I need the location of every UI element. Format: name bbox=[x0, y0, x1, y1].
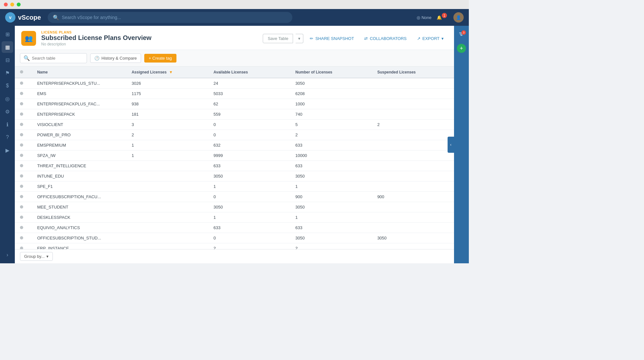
license-table: Name Assigned Licenses ▼ Available Licen… bbox=[15, 67, 454, 249]
maximize-button[interactable] bbox=[17, 3, 21, 6]
titlebar bbox=[0, 0, 469, 9]
target-button[interactable]: ◎ None bbox=[417, 15, 431, 20]
row-available: 633 bbox=[208, 161, 290, 171]
row-suspended bbox=[372, 171, 454, 181]
sidebar-item-expand[interactable]: › bbox=[2, 249, 13, 261]
right-sidebar: 3 + ‹ bbox=[454, 26, 469, 263]
row-indicator bbox=[20, 174, 23, 178]
dollar-icon: $ bbox=[6, 83, 9, 89]
sidebar-item-video[interactable]: ▶ bbox=[2, 144, 13, 156]
topnav-right: ◎ None 🔔 1 👤 bbox=[417, 12, 464, 23]
row-name: ENTERPRISEPACK bbox=[32, 109, 126, 120]
search-table-input[interactable] bbox=[32, 56, 83, 61]
row-assigned bbox=[127, 192, 208, 202]
row-number: 633 bbox=[290, 223, 372, 233]
row-indicator bbox=[20, 236, 23, 239]
row-indicator-cell bbox=[15, 212, 32, 223]
row-indicator-cell bbox=[15, 202, 32, 212]
sidebar-item-wrench[interactable]: ⚙ bbox=[2, 106, 13, 117]
col-suspended[interactable]: Suspended Licenses bbox=[372, 67, 454, 78]
table-row: INTUNE_EDU 3050 3050 bbox=[15, 171, 454, 181]
minimize-button[interactable] bbox=[10, 3, 14, 6]
filter-button[interactable] bbox=[456, 28, 467, 40]
license-icon: 👥 bbox=[25, 34, 33, 42]
group-by-button[interactable]: Group by... ▾ bbox=[20, 252, 53, 261]
global-search-input[interactable] bbox=[62, 15, 287, 20]
notification-button[interactable]: 🔔 1 bbox=[437, 15, 448, 20]
row-indicator-cell bbox=[15, 243, 32, 249]
export-button[interactable]: ↗ EXPORT ▾ bbox=[413, 34, 448, 43]
row-suspended: 3050 bbox=[372, 233, 454, 243]
close-button[interactable] bbox=[4, 3, 8, 6]
row-number: 633 bbox=[290, 161, 372, 171]
row-name: POWER_BI_PRO bbox=[32, 130, 126, 140]
row-assigned bbox=[127, 181, 208, 192]
sidebar-item-home[interactable]: ⊞ bbox=[2, 28, 13, 40]
avatar[interactable]: 👤 bbox=[453, 12, 464, 23]
create-tag-button[interactable]: + Create tag bbox=[144, 54, 176, 63]
row-assigned: 938 bbox=[127, 99, 208, 109]
row-indicator bbox=[20, 82, 23, 85]
share-icon: ✏ bbox=[310, 36, 313, 41]
table-row: ENTERPRISEPACK 181 559 740 bbox=[15, 109, 454, 120]
save-table-button[interactable]: Save Table bbox=[263, 34, 293, 43]
col-number[interactable]: Number of Licenses bbox=[290, 67, 372, 78]
row-indicator bbox=[20, 205, 23, 209]
row-available: 62 bbox=[208, 99, 290, 109]
logo-text: vScope bbox=[18, 14, 41, 21]
row-indicator bbox=[20, 143, 23, 147]
flag-icon: ⚑ bbox=[5, 70, 10, 76]
sidebar-item-dollar[interactable]: $ bbox=[2, 80, 13, 92]
row-assigned bbox=[127, 233, 208, 243]
col-assigned[interactable]: Assigned Licenses ▼ bbox=[127, 67, 208, 78]
col-name[interactable]: Name bbox=[32, 67, 126, 78]
search-input-wrap[interactable]: 🔍 bbox=[20, 53, 87, 63]
collaborators-button[interactable]: ⇄ COLLABORATORS bbox=[360, 34, 410, 43]
content-area: 👥 LICENSE PLANS Subscribed License Plans… bbox=[15, 26, 454, 263]
sidebar-item-table[interactable]: ▦ bbox=[2, 41, 13, 53]
table-row: ENTERPRISEPACKPLUS_FAC... 938 62 1000 bbox=[15, 99, 454, 109]
row-number: 3050 bbox=[290, 78, 372, 89]
page-icon: 👥 bbox=[21, 31, 36, 46]
table-row: EMS 1175 5033 6208 bbox=[15, 89, 454, 99]
share-snapshot-button[interactable]: ✏ SHARE SNAPSHOT bbox=[306, 34, 358, 43]
row-indicator-cell bbox=[15, 120, 32, 130]
collapse-panel-button[interactable]: ‹ bbox=[448, 137, 454, 153]
row-number: 2 bbox=[290, 130, 372, 140]
row-indicator bbox=[20, 195, 23, 198]
export-icon: ↗ bbox=[417, 36, 421, 41]
table-row: THREAT_INTELLIGENCE 633 633 bbox=[15, 161, 454, 171]
add-column-button[interactable]: + bbox=[457, 44, 466, 53]
sidebar-item-info[interactable]: ℹ bbox=[2, 119, 13, 130]
row-name: OFFICESUBSCRIPTION_FACU... bbox=[32, 192, 126, 202]
col-available[interactable]: Available Licenses bbox=[208, 67, 290, 78]
table-container[interactable]: Name Assigned Licenses ▼ Available Licen… bbox=[15, 67, 454, 249]
row-name: INTUNE_EDU bbox=[32, 171, 126, 181]
save-table-dropdown[interactable]: ▾ bbox=[296, 34, 303, 43]
bottom-bar: Group by... ▾ bbox=[15, 249, 454, 263]
history-compare-button[interactable]: 🕐 History & Compare bbox=[90, 54, 141, 63]
video-icon: ▶ bbox=[5, 147, 9, 153]
sidebar-item-target[interactable]: ◎ bbox=[2, 93, 13, 104]
sidebar-item-help[interactable]: ? bbox=[2, 131, 13, 143]
target-icon: ◎ bbox=[417, 15, 420, 20]
row-suspended bbox=[372, 161, 454, 171]
row-name: SPE_F1 bbox=[32, 181, 126, 192]
left-sidebar: ⊞ ▦ ⊟ ⚑ $ ◎ ⚙ ℹ ? ▶ › bbox=[0, 26, 15, 263]
row-indicator bbox=[20, 154, 23, 157]
row-number: 5 bbox=[290, 120, 372, 130]
page-title: Subscribed License Plans Overview bbox=[41, 34, 258, 42]
global-search[interactable]: 🔍 bbox=[48, 12, 292, 23]
sidebar-item-grid[interactable]: ⊟ bbox=[2, 54, 13, 66]
row-suspended: 2 bbox=[372, 120, 454, 130]
row-indicator bbox=[20, 247, 23, 249]
row-name: MEE_STUDENT bbox=[32, 202, 126, 212]
sidebar-item-flag[interactable]: ⚑ bbox=[2, 67, 13, 79]
row-name: EMSPREMIUM bbox=[32, 140, 126, 151]
row-assigned bbox=[127, 243, 208, 249]
table-row: MEE_STUDENT 3050 3050 bbox=[15, 202, 454, 212]
notification-badge: 1 bbox=[442, 13, 447, 18]
avatar-image: 👤 bbox=[456, 15, 461, 20]
logo-icon: v bbox=[5, 12, 15, 23]
row-available: 24 bbox=[208, 78, 290, 89]
